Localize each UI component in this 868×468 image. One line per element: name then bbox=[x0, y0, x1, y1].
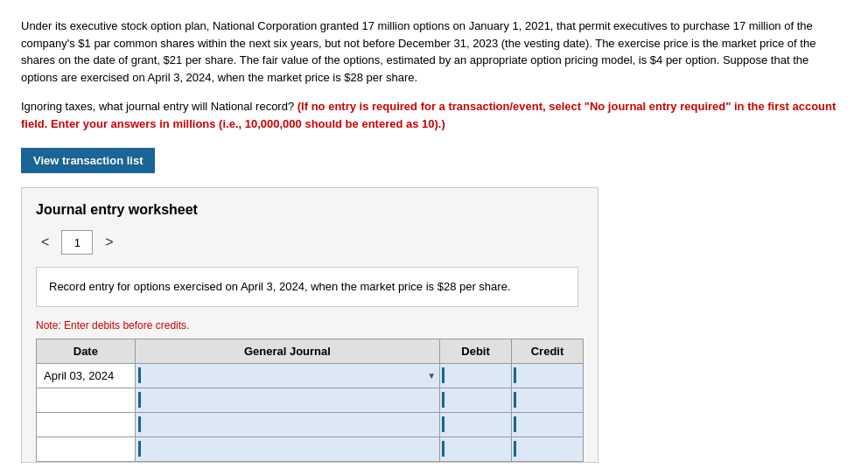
debit-cell-3 bbox=[440, 412, 512, 437]
table-row bbox=[37, 412, 584, 437]
instruction-prefix: Ignoring taxes, what journal entry will … bbox=[21, 100, 298, 113]
left-indicator-3 bbox=[138, 416, 141, 432]
view-transaction-button[interactable]: View transaction list bbox=[21, 148, 155, 173]
credit-cell-4 bbox=[512, 437, 584, 461]
journal-entry-input-1[interactable] bbox=[136, 364, 439, 388]
credit-input-4[interactable] bbox=[512, 437, 583, 461]
debit-credit-note: Note: Enter debits before credits. bbox=[36, 319, 584, 332]
instruction-paragraph: Ignoring taxes, what journal entry will … bbox=[21, 98, 844, 132]
journal-entry-cell-4 bbox=[135, 437, 439, 461]
debit-cell-4 bbox=[440, 437, 512, 461]
credit-input-2[interactable] bbox=[512, 388, 583, 412]
table-row bbox=[37, 437, 584, 461]
general-journal-column-header: General Journal bbox=[135, 339, 439, 363]
debit-input-1[interactable] bbox=[440, 364, 511, 388]
date-cell-1: April 03, 2024 bbox=[37, 363, 136, 388]
credit-cell-2 bbox=[512, 388, 584, 412]
dropdown-arrow-1: ▼ bbox=[427, 371, 436, 381]
debit-cell-1 bbox=[440, 363, 512, 388]
credit-column-header: Credit bbox=[512, 339, 584, 363]
journal-entry-input-3[interactable] bbox=[136, 413, 439, 437]
date-cell-2 bbox=[37, 388, 136, 412]
table-row: April 03, 2024 ▼ bbox=[37, 363, 584, 388]
debit-column-header: Debit bbox=[440, 339, 512, 363]
intro-paragraph-1: Under its executive stock option plan, N… bbox=[21, 17, 844, 86]
left-indicator-2 bbox=[138, 392, 141, 408]
prev-page-button[interactable]: < bbox=[36, 233, 54, 252]
credit-input-3[interactable] bbox=[512, 413, 583, 437]
debit-input-2[interactable] bbox=[440, 388, 511, 412]
journal-entry-input-4[interactable] bbox=[136, 437, 439, 461]
credit-cell-1 bbox=[512, 363, 584, 388]
debit-input-4[interactable] bbox=[440, 437, 511, 461]
journal-entry-worksheet: Journal entry worksheet < 1 > Record ent… bbox=[21, 187, 598, 463]
worksheet-title: Journal entry worksheet bbox=[36, 202, 584, 218]
debit-cell-2 bbox=[440, 388, 512, 412]
journal-entry-cell-1: ▼ bbox=[135, 363, 439, 388]
date-cell-3 bbox=[37, 412, 136, 437]
date-cell-4 bbox=[37, 437, 136, 461]
left-indicator-4 bbox=[138, 441, 141, 457]
table-row bbox=[37, 388, 584, 412]
journal-table: Date General Journal Debit Credit April … bbox=[36, 339, 584, 462]
credit-cell-3 bbox=[512, 412, 584, 437]
left-indicator-1 bbox=[138, 367, 141, 383]
date-column-header: Date bbox=[37, 339, 136, 363]
page-number: 1 bbox=[61, 230, 93, 255]
journal-entry-input-2[interactable] bbox=[136, 388, 439, 412]
journal-entry-cell-3 bbox=[135, 412, 439, 437]
entry-description: Record entry for options exercised on Ap… bbox=[36, 267, 578, 307]
credit-input-1[interactable] bbox=[512, 364, 583, 388]
journal-entry-cell-2 bbox=[135, 388, 439, 412]
debit-input-3[interactable] bbox=[440, 413, 511, 437]
next-page-button[interactable]: > bbox=[100, 233, 118, 252]
worksheet-navigation: < 1 > bbox=[36, 230, 584, 255]
